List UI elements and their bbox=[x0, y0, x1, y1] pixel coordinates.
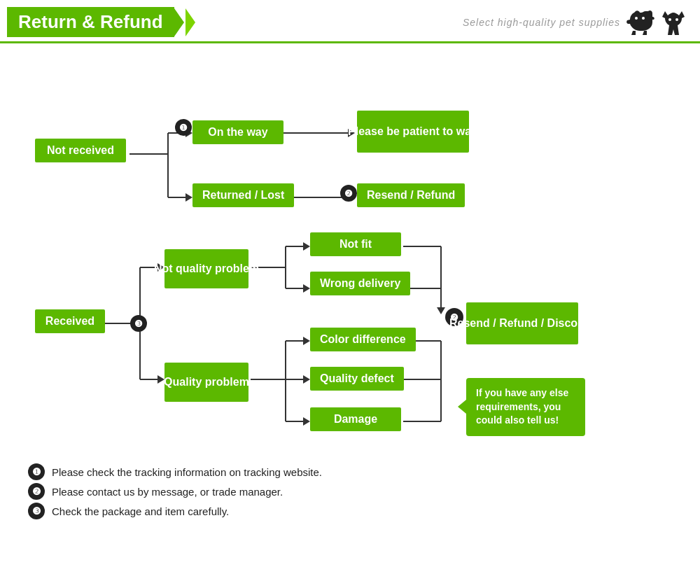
svg-marker-35 bbox=[303, 375, 310, 384]
note-badge-1: ❶ bbox=[28, 463, 45, 480]
received-box: Received bbox=[35, 309, 105, 333]
page-title: Return & Refund bbox=[18, 11, 163, 33]
page-header: Return & Refund Select high-quality pet … bbox=[0, 0, 700, 43]
svg-marker-9 bbox=[186, 193, 192, 202]
extra-note-box: If you have any else requirements, you c… bbox=[466, 378, 585, 436]
svg-marker-37 bbox=[303, 417, 310, 426]
cat-icon bbox=[661, 10, 686, 35]
resend-refund-discount-box: Resend / Refund / Discount bbox=[466, 302, 578, 344]
quality-defect-box: Quality defect bbox=[310, 367, 404, 391]
svg-marker-29 bbox=[437, 307, 445, 314]
note-badge-3: ❸ bbox=[28, 503, 45, 519]
title-box: Return & Refund bbox=[7, 7, 174, 37]
header-subtitle: Select high-quality pet supplies bbox=[463, 17, 620, 28]
returned-lost-box: Returned / Lost bbox=[192, 183, 294, 207]
dog-icon bbox=[626, 10, 655, 35]
not-received-box: Not received bbox=[35, 139, 126, 162]
badge-3: ❸ bbox=[130, 315, 147, 332]
note-text-1: Please check the tracking information on… bbox=[52, 466, 322, 478]
svg-point-1 bbox=[642, 17, 645, 20]
chevron-2 bbox=[186, 8, 195, 36]
svg-point-2 bbox=[668, 18, 671, 21]
badge-2-top: ❷ bbox=[340, 185, 357, 202]
note-item-1: ❶ Please check the tracking information … bbox=[28, 463, 672, 480]
not-fit-box: Not fit bbox=[310, 232, 401, 256]
damage-box: Damage bbox=[310, 407, 401, 431]
svg-marker-23 bbox=[303, 242, 310, 251]
badge-1-top: ❶ bbox=[175, 119, 192, 136]
svg-marker-25 bbox=[303, 284, 310, 293]
footer-notes: ❶ Please check the tracking information … bbox=[0, 463, 700, 519]
color-diff-box: Color difference bbox=[310, 328, 416, 351]
svg-point-0 bbox=[635, 17, 638, 20]
quality-problem-box: Quality problem bbox=[164, 363, 248, 402]
note-item-2: ❷ Please contact us by message, or trade… bbox=[28, 483, 672, 500]
resend-refund-top-box: Resend / Refund bbox=[357, 183, 465, 207]
header-right: Select high-quality pet supplies bbox=[463, 10, 686, 35]
diagram-area: Not received ❶ On the way Returned / Los… bbox=[7, 50, 693, 456]
svg-point-3 bbox=[676, 18, 678, 21]
wrong-delivery-box: Wrong delivery bbox=[310, 272, 410, 295]
svg-marker-33 bbox=[303, 337, 310, 345]
on-the-way-box: On the way bbox=[192, 120, 284, 144]
not-quality-problem-box: Not quality problem bbox=[164, 249, 248, 288]
note-badge-2: ❷ bbox=[28, 483, 45, 500]
note-text-2: Please contact us by message, or trade m… bbox=[52, 486, 283, 498]
header-chevrons bbox=[174, 8, 195, 36]
note-text-3: Check the package and item carefully. bbox=[52, 505, 229, 517]
note-item-3: ❸ Check the package and item carefully. bbox=[28, 503, 672, 519]
please-be-patient-box: Please be patient to wait bbox=[357, 111, 469, 153]
chevron-1 bbox=[174, 8, 184, 36]
